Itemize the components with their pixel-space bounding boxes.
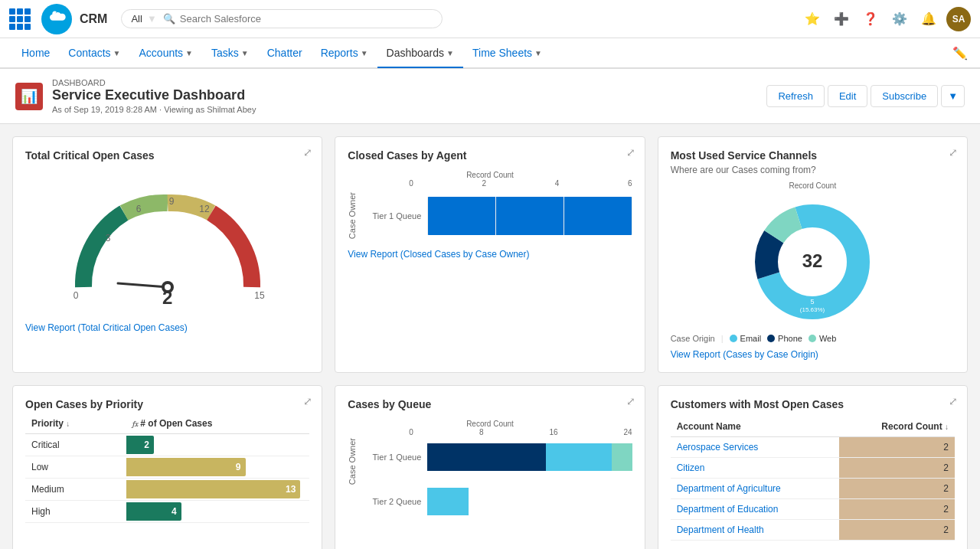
nav-edit-button[interactable]: ✏️: [952, 46, 968, 60]
legend-web: Web: [808, 334, 836, 343]
tier1-seg2: [546, 443, 612, 471]
top-bar: CRM All ▼ 🔍 ⭐ ➕ ❓ ⚙️ 🔔 SA: [0, 0, 980, 38]
most-open-col1: Account Name: [671, 417, 840, 437]
legend-email: Email: [730, 334, 762, 343]
svg-text:6: 6: [136, 204, 141, 214]
search-scope[interactable]: All: [131, 13, 142, 25]
priority-col1: Priority ↓: [25, 413, 126, 434]
svg-text:15: 15: [254, 290, 265, 301]
closed-agent-title: Closed Cases by Agent: [348, 149, 632, 162]
account-health[interactable]: Department of Health: [671, 520, 840, 541]
tier1-seg1: [427, 443, 546, 471]
widget-cases-by-queue: Cases by Queue ⤢ Record Count 0 8 16 24 …: [335, 385, 645, 549]
more-button[interactable]: ▼: [941, 85, 965, 107]
priority-low-bar: 9: [126, 456, 309, 479]
refresh-button[interactable]: Refresh: [766, 85, 825, 107]
priority-col2: 𝑓𝑥 # of Open Cases: [126, 413, 309, 434]
nav-home[interactable]: Home: [12, 39, 59, 68]
help-button[interactable]: ❓: [859, 8, 882, 31]
count-citizen: 2: [839, 458, 955, 479]
closed-agent-x-label: Record Count: [348, 171, 632, 179]
channels-expand-icon[interactable]: ⤢: [949, 146, 958, 158]
nav-tasks[interactable]: Tasks ▼: [202, 39, 258, 68]
priority-expand-icon[interactable]: ⤢: [303, 395, 312, 407]
svg-text:12: 12: [199, 204, 210, 214]
closed-agent-y-label: Case Owner: [348, 192, 363, 239]
favorites-button[interactable]: ⭐: [801, 8, 824, 31]
widget-most-open-cases: Customers with Most Open Cases ⤢ Account…: [658, 385, 968, 549]
priority-medium-bar: 13: [126, 479, 309, 501]
nav-chatter[interactable]: Chatter: [258, 39, 312, 68]
table-row: Department of Agriculture 2: [671, 479, 955, 499]
widget-open-by-priority: Open Cases by Priority ⤢ Priority ↓ 𝑓𝑥 #…: [12, 385, 322, 549]
salesforce-logo: [41, 4, 72, 34]
priority-title: Open Cases by Priority: [25, 398, 309, 410]
priority-critical-bar: 2: [126, 434, 309, 456]
dashboard-title: Service Executive Dashboard: [52, 87, 766, 103]
most-open-table: Account Name Record Count ↓ Aerospace Se…: [671, 417, 955, 541]
account-agriculture[interactable]: Department of Agriculture: [671, 479, 840, 499]
widget-closed-by-agent: Closed Cases by Agent ⤢ Record Count 0 2…: [335, 136, 645, 373]
priority-high-label: High: [25, 501, 126, 523]
most-open-col2: Record Count ↓: [839, 417, 955, 437]
tier1-seg3: [612, 443, 632, 471]
nav-bar: Home Contacts ▼ Accounts ▼ Tasks ▼ Chatt…: [0, 38, 980, 69]
table-row: Department of Education 2: [671, 499, 955, 520]
add-button[interactable]: ➕: [830, 8, 853, 31]
phone-legend-dot: [767, 335, 775, 342]
closed-agent-expand-icon[interactable]: ⤢: [626, 146, 635, 158]
table-row: High 4: [25, 501, 309, 523]
edit-button[interactable]: Edit: [828, 85, 867, 107]
tier1-bar: [427, 197, 632, 235]
avatar[interactable]: SA: [946, 7, 971, 31]
nav-contacts[interactable]: Contacts ▼: [59, 39, 129, 68]
priority-high-bar: 4: [126, 501, 309, 523]
legend-phone: Phone: [767, 334, 802, 343]
priority-low-label: Low: [25, 456, 126, 479]
closed-agent-view-report[interactable]: View Report (Closed Cases by Case Owner): [348, 249, 632, 260]
nav-reports[interactable]: Reports ▼: [312, 39, 377, 68]
dashboard-grid: Total Critical Open Cases ⤢ 0 3 6 9 12: [0, 124, 980, 549]
channels-record-count: Record Count: [671, 181, 955, 190]
gauge-svg: 0 3 6 9 12 15: [53, 172, 283, 302]
gauge-chart: 0 3 6 9 12 15 2: [25, 165, 309, 316]
dashboard-meta: As of Sep 19, 2019 8:28 AM · Viewing as …: [52, 105, 766, 114]
gauge-view-report[interactable]: View Report (Total Critical Open Cases): [25, 322, 309, 333]
channels-title: Most Used Service Channels: [671, 149, 955, 162]
svg-text:9: 9: [168, 196, 174, 207]
queue-expand-icon[interactable]: ⤢: [626, 395, 635, 407]
svg-line-6: [118, 283, 168, 287]
nav-dashboards[interactable]: Dashboards ▼: [377, 39, 463, 68]
queue-tier2-label: Tier 2 Queue: [366, 497, 427, 506]
svg-text:5: 5: [811, 298, 815, 306]
nav-timesheets[interactable]: Time Sheets ▼: [463, 39, 551, 68]
most-open-expand-icon[interactable]: ⤢: [949, 395, 958, 407]
queue-title: Cases by Queue: [348, 398, 632, 410]
all-apps-button[interactable]: [9, 8, 31, 30]
nav-accounts[interactable]: Accounts ▼: [130, 39, 203, 68]
dashboard-label: DASHBOARD: [52, 78, 766, 87]
settings-button[interactable]: ⚙️: [888, 8, 911, 31]
most-open-sort-icon[interactable]: ↓: [945, 423, 949, 431]
table-row: Critical 2: [25, 434, 309, 456]
search-input[interactable]: [180, 13, 433, 25]
table-row: Medium 13: [25, 479, 309, 501]
account-aerospace[interactable]: Aerospace Services: [671, 437, 840, 458]
gauge-expand-icon[interactable]: ⤢: [303, 146, 312, 158]
closed-agent-x-ticks: 0 2 4 6: [348, 179, 632, 188]
app-name: CRM: [80, 12, 107, 26]
queue-x-ticks: 0 8 16 24: [348, 428, 632, 436]
svg-text:(15.63%): (15.63%): [800, 306, 825, 313]
dashboard-icon: 📊: [15, 83, 43, 110]
channels-view-report[interactable]: View Report (Cases by Case Origin): [671, 349, 955, 360]
priority-sort-icon[interactable]: ↓: [66, 420, 70, 428]
account-education[interactable]: Department of Education: [671, 499, 840, 520]
queue-y-label: Case Owner: [348, 438, 363, 500]
gauge-title: Total Critical Open Cases: [25, 149, 309, 162]
widget-gauge: Total Critical Open Cases ⤢ 0 3 6 9 12: [12, 136, 322, 373]
subscribe-button[interactable]: Subscribe: [871, 85, 938, 107]
priority-critical-label: Critical: [25, 434, 126, 456]
account-citizen[interactable]: Citizen: [671, 458, 840, 479]
widget-service-channels: Most Used Service Channels Where are our…: [658, 136, 968, 373]
notifications-button[interactable]: 🔔: [917, 8, 940, 31]
